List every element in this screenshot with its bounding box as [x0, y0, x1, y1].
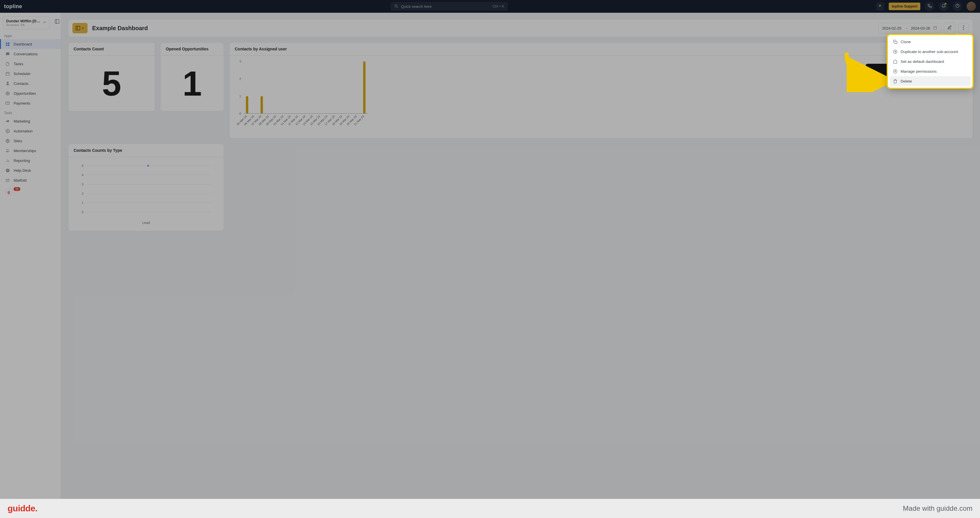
menu-item-set[interactable]: Set as default dashboard [889, 57, 971, 66]
trash-icon [892, 78, 898, 84]
menu-item-manage[interactable]: Manage permissions [889, 66, 971, 76]
guidde-logo: guidde. [8, 504, 37, 513]
made-with-text: Made with guidde.com [903, 504, 972, 513]
menu-item-delete[interactable]: Delete [889, 76, 971, 86]
menu-item-label: Delete [900, 79, 912, 83]
home-icon [892, 59, 898, 64]
menu-item-clone[interactable]: Clone [889, 37, 971, 47]
menu-item-duplicate[interactable]: Duplicate to another sub-account [889, 47, 971, 57]
copy-icon [892, 39, 898, 44]
dashboard-actions-menu: CloneDuplicate to another sub-accountSet… [888, 35, 972, 88]
svg-rect-76 [894, 41, 897, 43]
overlay-dim [0, 0, 980, 518]
menu-item-label: Manage permissions [900, 69, 937, 73]
menu-item-label: Set as default dashboard [900, 59, 944, 64]
svg-point-80 [895, 71, 896, 72]
menu-item-label: Duplicate to another sub-account [900, 49, 958, 54]
export-icon [892, 49, 898, 54]
lock-icon [892, 69, 898, 74]
annotation-tooltip [865, 64, 890, 81]
guidde-footer: guidde. Made with guidde.com [0, 499, 980, 518]
menu-item-label: Clone [900, 40, 911, 44]
